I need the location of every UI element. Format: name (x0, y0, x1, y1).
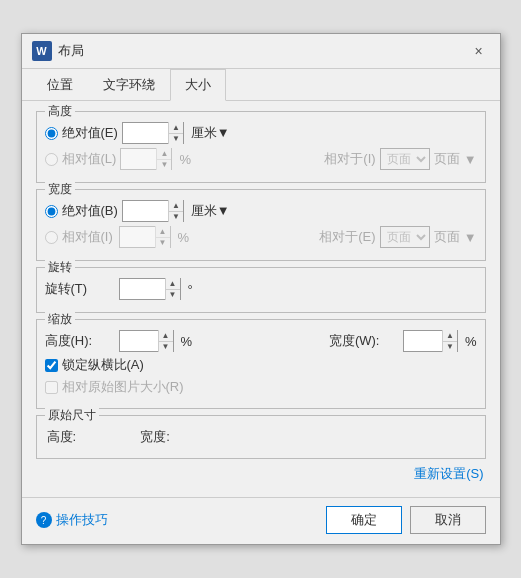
width-unit: 厘米▼ (191, 202, 230, 220)
tab-size[interactable]: 大小 (170, 69, 226, 101)
height-absolute-radio[interactable] (45, 127, 58, 140)
scale-width-input[interactable]: 100 (404, 331, 442, 351)
width-relative-spin-down[interactable]: ▼ (156, 237, 170, 248)
width-absolute-radio-label[interactable]: 绝对值(B) (45, 202, 118, 220)
height-relative-to-select[interactable]: 页面 (380, 148, 430, 170)
footer-buttons: 确定 取消 (326, 506, 486, 534)
relative-original-label[interactable]: 相对原始图片大小(R) (45, 378, 184, 396)
scale-height-spin-down[interactable]: ▼ (159, 341, 173, 352)
width-relative-radio-label[interactable]: 相对值(I) (45, 228, 115, 246)
width-relative-to-select[interactable]: 页面 (380, 226, 430, 248)
scale-height-spin: ▲ ▼ (158, 330, 173, 352)
width-section-title: 宽度 (45, 181, 75, 198)
width-section: 宽度 绝对值(B) 12.7 ▲ ▼ 厘米▼ (36, 189, 486, 261)
title-bar: W 布局 × (22, 34, 500, 69)
scale-width-spin-down[interactable]: ▼ (443, 341, 457, 352)
scale-height-spin-up[interactable]: ▲ (159, 330, 173, 341)
original-size-row: 高度: 宽度: (47, 428, 475, 446)
rotation-input-group: 0 ▲ ▼ (119, 278, 181, 300)
height-absolute-radio-label[interactable]: 绝对值(E) (45, 124, 118, 142)
tips-link[interactable]: ? 操作技巧 (36, 511, 108, 529)
rotation-input[interactable]: 0 (120, 279, 165, 299)
lock-ratio-label[interactable]: 锁定纵横比(A) (45, 356, 144, 374)
scale-width-label: 宽度(W): (329, 332, 399, 350)
scale-width-spin: ▲ ▼ (442, 330, 457, 352)
height-page-label: 页面 (434, 150, 460, 168)
rotation-unit: ° (188, 282, 193, 297)
scale-height-unit: % (181, 334, 193, 349)
height-relative-spin-down[interactable]: ▼ (157, 159, 171, 170)
scale-section-body: 高度(H): 100 ▲ ▼ % 宽度(W): 100 ▲ (45, 330, 477, 396)
dialog-content: 高度 绝对值(E) 6.2 ▲ ▼ 厘米▼ (22, 101, 500, 497)
original-width-field: 宽度: (140, 428, 174, 446)
width-absolute-label: 绝对值(B) (62, 202, 118, 220)
rotation-row: 旋转(T) 0 ▲ ▼ ° (45, 278, 477, 300)
relative-original-row: 相对原始图片大小(R) (45, 378, 477, 396)
scale-row: 高度(H): 100 ▲ ▼ % 宽度(W): 100 ▲ (45, 330, 477, 352)
height-relative-label: 相对值(L) (62, 150, 117, 168)
width-spin-up[interactable]: ▲ (169, 200, 183, 211)
width-relative-to-label: 相对于(E) (319, 228, 375, 246)
height-spin-up[interactable]: ▲ (169, 122, 183, 133)
rotation-section: 旋转 旋转(T) 0 ▲ ▼ ° (36, 267, 486, 313)
scale-width-spin-up[interactable]: ▲ (443, 330, 457, 341)
close-button[interactable]: × (468, 40, 490, 62)
height-relative-spin: ▲ ▼ (156, 148, 171, 170)
tab-bar: 位置 文字环绕 大小 (22, 69, 500, 101)
height-absolute-row: 绝对值(E) 6.2 ▲ ▼ 厘米▼ (45, 122, 477, 144)
scale-width-unit: % (465, 334, 477, 349)
original-size-section: 原始尺寸 高度: 宽度: (36, 415, 486, 459)
height-absolute-label: 绝对值(E) (62, 124, 118, 142)
width-relative-input[interactable] (120, 227, 155, 247)
lock-ratio-checkbox[interactable] (45, 359, 58, 372)
height-relative-input-group: ▲ ▼ (120, 148, 172, 170)
original-height-label: 高度: (47, 428, 77, 446)
height-relative-spin-up[interactable]: ▲ (157, 148, 171, 159)
scale-section: 缩放 高度(H): 100 ▲ ▼ % 宽度(W): 100 (36, 319, 486, 409)
rotation-spin-down[interactable]: ▼ (166, 289, 180, 300)
lock-ratio-row: 锁定纵横比(A) (45, 356, 477, 374)
original-height-field: 高度: (47, 428, 81, 446)
ok-button[interactable]: 确定 (326, 506, 402, 534)
width-spin-down[interactable]: ▼ (169, 211, 183, 222)
original-size-title: 原始尺寸 (45, 407, 99, 424)
height-spin-down[interactable]: ▼ (169, 133, 183, 144)
relative-original-checkbox[interactable] (45, 381, 58, 394)
cancel-button[interactable]: 取消 (410, 506, 486, 534)
height-relative-to-label: 相对于(I) (324, 150, 375, 168)
height-relative-radio[interactable] (45, 153, 58, 166)
width-absolute-input-group: 12.7 ▲ ▼ (122, 200, 184, 222)
reset-link[interactable]: 重新设置(S) (36, 465, 486, 483)
width-absolute-input[interactable]: 12.7 (123, 201, 168, 221)
relative-original-text: 相对原始图片大小(R) (62, 378, 184, 396)
rotation-spin-up[interactable]: ▲ (166, 278, 180, 289)
rotation-section-body: 旋转(T) 0 ▲ ▼ ° (45, 278, 477, 300)
height-absolute-input[interactable]: 6.2 (123, 123, 168, 143)
height-section: 高度 绝对值(E) 6.2 ▲ ▼ 厘米▼ (36, 111, 486, 183)
tab-position[interactable]: 位置 (32, 69, 88, 101)
dialog-title: 布局 (58, 42, 84, 60)
width-page-label: 页面 (434, 228, 460, 246)
width-absolute-radio[interactable] (45, 205, 58, 218)
width-relative-spin: ▲ ▼ (155, 226, 170, 248)
height-relative-radio-label[interactable]: 相对值(L) (45, 150, 117, 168)
width-spin-buttons: ▲ ▼ (168, 200, 183, 222)
scale-section-title: 缩放 (45, 311, 75, 328)
height-section-title: 高度 (45, 103, 75, 120)
width-relative-radio[interactable] (45, 231, 58, 244)
height-section-body: 绝对值(E) 6.2 ▲ ▼ 厘米▼ 相对值(L) (45, 122, 477, 170)
height-relative-input[interactable] (121, 149, 156, 169)
scale-height-label: 高度(H): (45, 332, 115, 350)
height-unit: 厘米▼ (191, 124, 230, 142)
width-page-arrow: ▼ (464, 230, 477, 245)
height-pct-label: % (179, 152, 191, 167)
width-relative-spin-up[interactable]: ▲ (156, 226, 170, 237)
rotation-spin-buttons: ▲ ▼ (165, 278, 180, 300)
scale-height-input[interactable]: 100 (120, 331, 158, 351)
title-bar-left: W 布局 (32, 41, 84, 61)
width-relative-input-group: ▲ ▼ (119, 226, 171, 248)
tab-text-wrap[interactable]: 文字环绕 (88, 69, 170, 101)
width-absolute-row: 绝对值(B) 12.7 ▲ ▼ 厘米▼ (45, 200, 477, 222)
lock-ratio-text: 锁定纵横比(A) (62, 356, 144, 374)
height-absolute-input-group: 6.2 ▲ ▼ (122, 122, 184, 144)
